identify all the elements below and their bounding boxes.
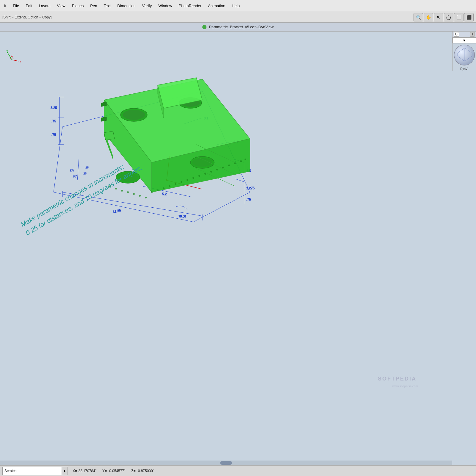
svg-point-69 xyxy=(169,185,170,187)
menu-item-text[interactable]: Text xyxy=(101,2,114,9)
svg-point-65 xyxy=(145,197,147,198)
svg-point-66 xyxy=(151,191,153,193)
title-bar: Parametric_Bracket_v5.co*--DynView xyxy=(0,23,476,32)
menu-item-file[interactable]: File xyxy=(10,2,22,9)
menu-item-verify[interactable]: Verify xyxy=(139,2,155,9)
perspective-tool-button[interactable]: ⬛ xyxy=(464,13,474,21)
navcube-label: DynVi xyxy=(452,67,476,71)
scratch-arrow-button[interactable]: ▶ xyxy=(62,467,68,475)
navcube-tab-o[interactable]: O xyxy=(454,32,459,37)
navcube-header: O T xyxy=(452,32,476,37)
zoom-tool-button[interactable]: 🔍 xyxy=(414,13,423,21)
svg-point-70 xyxy=(175,183,176,185)
horizontal-scrollbar[interactable] xyxy=(0,461,452,465)
menu-item-photorender[interactable]: PhotoRender xyxy=(176,2,205,9)
svg-point-71 xyxy=(181,181,182,183)
menu-item-dimension[interactable]: Dimension xyxy=(114,2,138,9)
svg-point-73 xyxy=(192,177,194,179)
menu-item-animation[interactable]: Animation xyxy=(205,2,228,9)
menu-item-layout[interactable]: Layout xyxy=(36,2,54,9)
z-coordinate: Z= -0.875000" xyxy=(131,469,154,473)
menu-item-view[interactable]: View xyxy=(54,2,68,9)
svg-line-34 xyxy=(77,159,79,180)
svg-point-64 xyxy=(139,195,141,197)
svg-point-79 xyxy=(228,165,230,166)
scratch-dropdown[interactable]: Scratch xyxy=(2,467,62,475)
svg-point-67 xyxy=(157,190,159,191)
svg-line-42 xyxy=(193,192,250,222)
softpedia-url: www.softpedia.com xyxy=(392,385,418,388)
svg-text:.75: .75 xyxy=(51,119,56,123)
svg-point-80 xyxy=(234,162,236,164)
title-dot-green xyxy=(202,25,206,29)
svg-point-72 xyxy=(187,179,188,181)
menu-item-pen[interactable]: Pen xyxy=(87,2,100,9)
pan-tool-button[interactable]: ✋ xyxy=(424,13,433,21)
navcube-sphere[interactable] xyxy=(454,45,475,65)
coordinates-display: X= 22.170784" Y= -0.054577" Z= -0.875000… xyxy=(73,469,154,473)
z-value: -0.875000" xyxy=(137,469,154,473)
svg-point-68 xyxy=(163,187,165,189)
scrollbar-thumb[interactable] xyxy=(220,461,232,465)
svg-point-61 xyxy=(121,190,123,192)
svg-rect-56 xyxy=(101,117,107,121)
svg-line-12 xyxy=(62,192,202,216)
status-bar: Scratch ▶ X= 22.170784" Y= -0.054577" Z=… xyxy=(0,465,476,476)
svg-point-48 xyxy=(123,110,145,120)
svg-point-77 xyxy=(216,169,218,170)
svg-text:70.00: 70.00 xyxy=(178,215,186,218)
svg-line-89 xyxy=(457,48,465,53)
svg-text:2.5: 2.5 xyxy=(70,169,74,172)
menu-item-help[interactable]: Help xyxy=(229,2,243,9)
svg-line-17 xyxy=(235,179,244,182)
svg-point-62 xyxy=(127,191,129,193)
menu-item-planes[interactable]: Planes xyxy=(69,2,87,9)
navcube-panel: O T ▼ DynVi xyxy=(452,32,476,71)
x-value: 22.170784" xyxy=(78,469,96,473)
toolbar: [Shift = Extend, Option = Copy] 🔍 ✋ ↖ ◯ … xyxy=(0,12,476,23)
viewport[interactable]: y x 3.25 .75 xyxy=(0,32,476,465)
svg-text:5.2: 5.2 xyxy=(162,192,167,196)
svg-point-78 xyxy=(222,167,224,168)
svg-point-76 xyxy=(210,171,212,173)
cube-tool-button[interactable]: ⬜ xyxy=(454,13,464,21)
toolbar-right: 🔍 ✋ ↖ ◯ ⬜ ⬛ xyxy=(414,13,474,21)
svg-text:1.275: 1.275 xyxy=(246,186,255,190)
window-title: Parametric_Bracket_v5.co*--DynView xyxy=(209,25,273,29)
hint-text: [Shift = Extend, Option = Copy] xyxy=(2,15,412,19)
svg-rect-55 xyxy=(101,102,107,107)
navcube-dropdown[interactable]: ▼ xyxy=(452,37,476,43)
x-coordinate: X= 22.170784" xyxy=(73,469,96,473)
navcube-tab-t[interactable]: T xyxy=(470,32,475,37)
svg-point-81 xyxy=(240,160,242,162)
menu-bar: It File Edit Layout View Planes Pen Text… xyxy=(0,0,476,12)
z-label: Z= xyxy=(131,469,135,473)
svg-text:.75: .75 xyxy=(246,198,251,201)
svg-text:3.25: 3.25 xyxy=(51,106,57,109)
svg-point-63 xyxy=(133,193,135,195)
svg-point-75 xyxy=(204,173,206,175)
orbit-tool-button[interactable]: ◯ xyxy=(444,13,453,21)
main-area: y x 3.25 .75 xyxy=(0,32,476,465)
svg-line-91 xyxy=(457,56,465,61)
select-tool-button[interactable]: ↖ xyxy=(434,13,443,21)
menu-item-window[interactable]: Window xyxy=(155,2,175,9)
svg-text:.75: .75 xyxy=(51,133,56,136)
svg-line-41 xyxy=(54,192,193,222)
y-label: Y= xyxy=(102,469,107,473)
svg-line-39 xyxy=(54,127,62,192)
svg-point-60 xyxy=(115,188,117,190)
softpedia-watermark: SOFTPEDIA xyxy=(378,376,416,382)
svg-marker-87 xyxy=(104,131,115,140)
x-label: X= xyxy=(73,469,77,473)
svg-text:.15: .15 xyxy=(85,166,89,169)
svg-point-74 xyxy=(198,175,200,177)
svg-line-90 xyxy=(465,56,472,61)
svg-text:.25: .25 xyxy=(83,172,87,175)
svg-line-88 xyxy=(465,48,472,53)
y-coordinate: Y= -0.054577" xyxy=(102,469,125,473)
menu-item-edit[interactable]: Edit xyxy=(23,2,35,9)
svg-point-59 xyxy=(109,185,111,187)
menu-item-it[interactable]: It xyxy=(1,2,9,9)
svg-text:96°: 96° xyxy=(73,175,77,178)
